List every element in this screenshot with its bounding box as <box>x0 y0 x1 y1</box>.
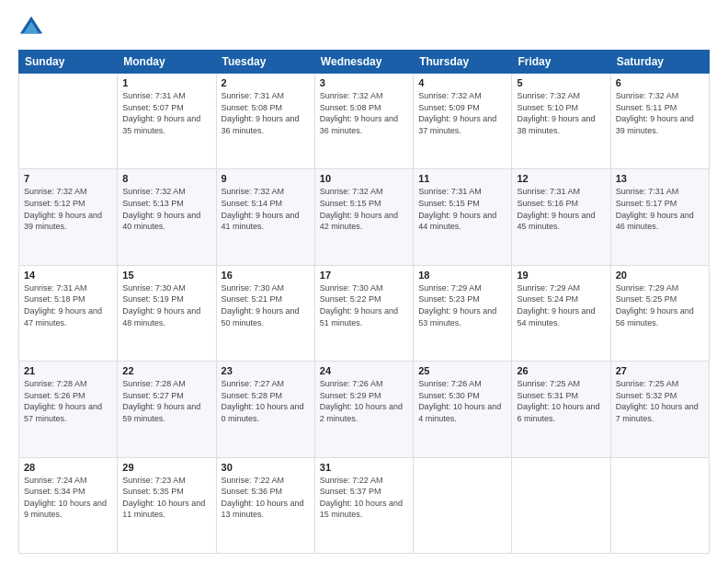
sunrise: Sunrise: 7:23 AM <box>122 475 210 487</box>
sunrise: Sunrise: 7:32 AM <box>517 90 605 102</box>
sunrise: Sunrise: 7:32 AM <box>418 90 506 102</box>
calendar-cell: 5 Sunrise: 7:32 AM Sunset: 5:10 PM Dayli… <box>512 74 610 169</box>
sunset: Sunset: 5:16 PM <box>517 198 605 210</box>
calendar-cell <box>512 457 610 553</box>
sunset: Sunset: 5:32 PM <box>616 390 704 402</box>
day-info: Sunrise: 7:23 AM Sunset: 5:35 PM Dayligh… <box>122 475 210 521</box>
sunset: Sunset: 5:11 PM <box>616 102 704 114</box>
daylight: Daylight: 9 hours and 42 minutes. <box>320 210 408 233</box>
daylight: Daylight: 9 hours and 39 minutes. <box>616 113 704 136</box>
day-info: Sunrise: 7:29 AM Sunset: 5:24 PM Dayligh… <box>517 282 605 328</box>
sunrise: Sunrise: 7:30 AM <box>222 282 310 294</box>
day-info: Sunrise: 7:28 AM Sunset: 5:27 PM Dayligh… <box>122 378 210 424</box>
calendar-day-header: Monday <box>118 51 216 74</box>
calendar-cell: 6 Sunrise: 7:32 AM Sunset: 5:11 PM Dayli… <box>610 74 709 169</box>
sunset: Sunset: 5:08 PM <box>320 102 408 114</box>
sunset: Sunset: 5:09 PM <box>418 102 506 114</box>
sunrise: Sunrise: 7:27 AM <box>222 378 310 390</box>
calendar-cell <box>19 74 118 169</box>
calendar-cell: 25 Sunrise: 7:26 AM Sunset: 5:30 PM Dayl… <box>414 362 512 457</box>
calendar-cell <box>610 457 709 553</box>
day-number: 26 <box>517 365 605 376</box>
sunrise: Sunrise: 7:32 AM <box>222 186 310 198</box>
day-info: Sunrise: 7:32 AM Sunset: 5:08 PM Dayligh… <box>320 90 408 136</box>
calendar-cell: 4 Sunrise: 7:32 AM Sunset: 5:09 PM Dayli… <box>414 74 512 169</box>
daylight: Daylight: 9 hours and 47 minutes. <box>24 305 112 328</box>
sunset: Sunset: 5:30 PM <box>418 390 506 402</box>
daylight: Daylight: 9 hours and 51 minutes. <box>320 305 408 328</box>
sunset: Sunset: 5:37 PM <box>320 486 408 498</box>
sunset: Sunset: 5:08 PM <box>222 102 310 114</box>
day-info: Sunrise: 7:25 AM Sunset: 5:32 PM Dayligh… <box>616 378 704 424</box>
day-number: 19 <box>517 270 605 281</box>
day-number: 3 <box>320 77 408 88</box>
calendar-cell: 1 Sunrise: 7:31 AM Sunset: 5:07 PM Dayli… <box>118 74 216 169</box>
sunset: Sunset: 5:13 PM <box>122 198 210 210</box>
calendar-cell: 24 Sunrise: 7:26 AM Sunset: 5:29 PM Dayl… <box>314 362 413 457</box>
calendar-cell: 16 Sunrise: 7:30 AM Sunset: 5:21 PM Dayl… <box>216 265 314 361</box>
calendar-week-row: 14 Sunrise: 7:31 AM Sunset: 5:18 PM Dayl… <box>19 265 710 361</box>
sunset: Sunset: 5:22 PM <box>320 293 408 305</box>
day-number: 16 <box>222 270 310 281</box>
page: SundayMondayTuesdayWednesdayThursdayFrid… <box>0 0 728 563</box>
day-number: 25 <box>418 365 506 376</box>
sunrise: Sunrise: 7:29 AM <box>616 282 704 294</box>
calendar-cell: 28 Sunrise: 7:24 AM Sunset: 5:34 PM Dayl… <box>19 457 118 553</box>
sunrise: Sunrise: 7:22 AM <box>320 475 408 487</box>
day-info: Sunrise: 7:31 AM Sunset: 5:07 PM Dayligh… <box>122 90 210 136</box>
sunset: Sunset: 5:15 PM <box>320 198 408 210</box>
day-number: 30 <box>222 462 310 473</box>
daylight: Daylight: 9 hours and 44 minutes. <box>418 210 506 233</box>
calendar-cell: 22 Sunrise: 7:28 AM Sunset: 5:27 PM Dayl… <box>118 362 216 457</box>
sunrise: Sunrise: 7:32 AM <box>24 186 112 198</box>
day-number: 23 <box>222 365 310 376</box>
sunrise: Sunrise: 7:25 AM <box>616 378 704 390</box>
day-info: Sunrise: 7:32 AM Sunset: 5:12 PM Dayligh… <box>24 186 112 232</box>
sunset: Sunset: 5:21 PM <box>222 293 310 305</box>
daylight: Daylight: 9 hours and 59 minutes. <box>122 401 210 424</box>
daylight: Daylight: 9 hours and 56 minutes. <box>616 305 704 328</box>
day-info: Sunrise: 7:31 AM Sunset: 5:18 PM Dayligh… <box>24 282 112 328</box>
sunrise: Sunrise: 7:26 AM <box>320 378 408 390</box>
sunset: Sunset: 5:23 PM <box>418 293 506 305</box>
day-number: 5 <box>517 77 605 88</box>
calendar-cell: 14 Sunrise: 7:31 AM Sunset: 5:18 PM Dayl… <box>19 265 118 361</box>
calendar-cell: 26 Sunrise: 7:25 AM Sunset: 5:31 PM Dayl… <box>512 362 610 457</box>
sunset: Sunset: 5:18 PM <box>24 293 112 305</box>
calendar-week-row: 7 Sunrise: 7:32 AM Sunset: 5:12 PM Dayli… <box>19 169 710 265</box>
daylight: Daylight: 9 hours and 53 minutes. <box>418 305 506 328</box>
calendar-cell <box>414 457 512 553</box>
day-info: Sunrise: 7:32 AM Sunset: 5:15 PM Dayligh… <box>320 186 408 232</box>
day-info: Sunrise: 7:26 AM Sunset: 5:30 PM Dayligh… <box>418 378 506 424</box>
day-info: Sunrise: 7:22 AM Sunset: 5:36 PM Dayligh… <box>222 475 310 521</box>
calendar-cell: 11 Sunrise: 7:31 AM Sunset: 5:15 PM Dayl… <box>414 169 512 265</box>
sunset: Sunset: 5:14 PM <box>222 198 310 210</box>
calendar-day-header: Friday <box>512 51 610 74</box>
sunrise: Sunrise: 7:24 AM <box>24 475 112 487</box>
calendar-cell: 9 Sunrise: 7:32 AM Sunset: 5:14 PM Dayli… <box>216 169 314 265</box>
day-number: 31 <box>320 462 408 473</box>
calendar-cell: 19 Sunrise: 7:29 AM Sunset: 5:24 PM Dayl… <box>512 265 610 361</box>
calendar-cell: 15 Sunrise: 7:30 AM Sunset: 5:19 PM Dayl… <box>118 265 216 361</box>
calendar-cell: 29 Sunrise: 7:23 AM Sunset: 5:35 PM Dayl… <box>118 457 216 553</box>
calendar-table: SundayMondayTuesdayWednesdayThursdayFrid… <box>18 50 710 554</box>
day-number: 14 <box>24 270 112 281</box>
sunrise: Sunrise: 7:28 AM <box>122 378 210 390</box>
sunrise: Sunrise: 7:28 AM <box>24 378 112 390</box>
sunset: Sunset: 5:15 PM <box>418 198 506 210</box>
daylight: Daylight: 10 hours and 13 minutes. <box>222 498 310 521</box>
sunrise: Sunrise: 7:31 AM <box>418 186 506 198</box>
calendar-cell: 10 Sunrise: 7:32 AM Sunset: 5:15 PM Dayl… <box>314 169 413 265</box>
daylight: Daylight: 10 hours and 7 minutes. <box>616 401 704 424</box>
daylight: Daylight: 9 hours and 48 minutes. <box>122 305 210 328</box>
day-number: 20 <box>616 270 704 281</box>
day-info: Sunrise: 7:32 AM Sunset: 5:11 PM Dayligh… <box>616 90 704 136</box>
calendar-cell: 18 Sunrise: 7:29 AM Sunset: 5:23 PM Dayl… <box>414 265 512 361</box>
daylight: Daylight: 9 hours and 38 minutes. <box>517 113 605 136</box>
day-info: Sunrise: 7:32 AM Sunset: 5:09 PM Dayligh… <box>418 90 506 136</box>
day-info: Sunrise: 7:32 AM Sunset: 5:13 PM Dayligh… <box>122 186 210 232</box>
calendar-cell: 23 Sunrise: 7:27 AM Sunset: 5:28 PM Dayl… <box>216 362 314 457</box>
sunset: Sunset: 5:35 PM <box>122 486 210 498</box>
sunset: Sunset: 5:07 PM <box>122 102 210 114</box>
sunrise: Sunrise: 7:25 AM <box>517 378 605 390</box>
